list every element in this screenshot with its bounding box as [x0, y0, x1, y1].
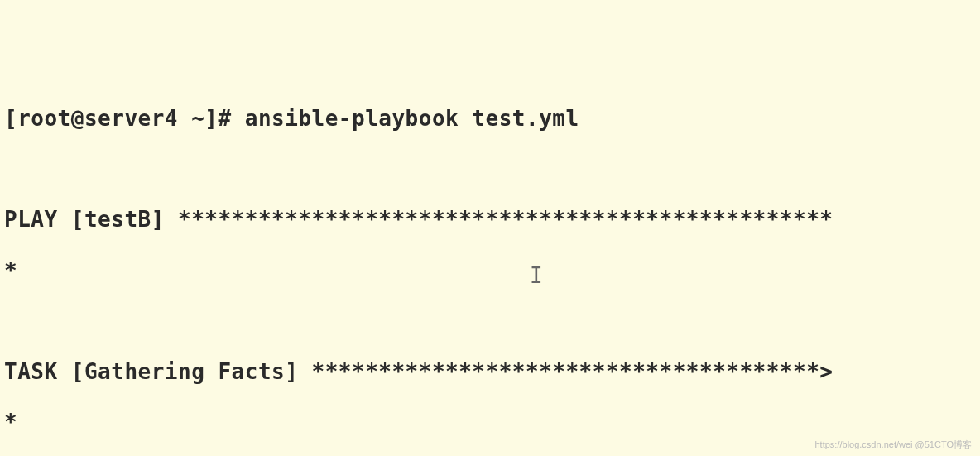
- play-header-cont: *: [0, 258, 980, 284]
- blank-line: [0, 309, 980, 334]
- terminal-line-command: [root@server4 ~]# ansible-playbook test.…: [0, 106, 980, 132]
- watermark-text: https://blog.csdn.net/wei @51CTO博客: [815, 439, 973, 451]
- blank-line: [0, 156, 980, 182]
- shell-prompt: [root@server4 ~]#: [4, 106, 245, 131]
- typed-command: ansible-playbook test.yml: [245, 106, 579, 131]
- text-cursor-icon: I: [530, 263, 543, 288]
- task-gathering-facts-header-cont: *: [0, 410, 980, 435]
- task-gathering-facts-header: TASK [Gathering Facts] *****************…: [0, 359, 980, 385]
- play-header: PLAY [testB] ***************************…: [0, 207, 980, 233]
